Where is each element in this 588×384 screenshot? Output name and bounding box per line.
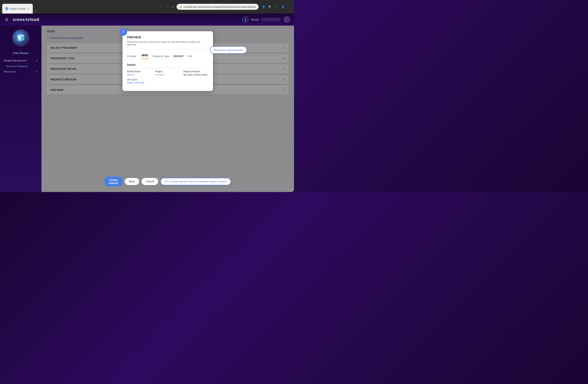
- app-wrapper: ☰ cross4cloud 👤 Tenant: 🧊 ‹ C4C Finops: [0, 14, 294, 192]
- preview-subtitle: Review the resource request you made one…: [127, 41, 209, 46]
- sidebar-logo: 🧊: [12, 29, 29, 46]
- star-icon[interactable]: ☆: [274, 4, 279, 9]
- account-icon[interactable]: 👤: [280, 4, 285, 9]
- detail-value-region: us-east-2: [155, 73, 180, 76]
- tenant-icon: 👤: [242, 17, 248, 23]
- browser-actions: 👤 🔍 ☆ 👤 ⋮: [261, 4, 292, 9]
- logo-text: cross4cloud: [13, 17, 39, 22]
- browser-tabs: 4 Cross 4 Cloud ✕ +: [2, 0, 157, 14]
- new-tab-button[interactable]: +: [33, 8, 38, 14]
- preview-title: PREVIEW: [127, 36, 209, 39]
- chevron-up-icon: ∧: [36, 59, 38, 62]
- aws-smile-svg: [141, 58, 149, 59]
- tab-favicon: 4: [5, 7, 8, 10]
- action-buttons-row: Create request Back Cancel Click 'Create…: [105, 176, 231, 186]
- back-button[interactable]: ←: [159, 4, 164, 9]
- create-tooltip-bubble: Click 'Create request' button to complet…: [161, 178, 231, 185]
- top-nav: ☰ cross4cloud 👤 Tenant:: [0, 14, 294, 26]
- zoom-icon[interactable]: 🔍: [267, 4, 273, 9]
- detail-label-life-cycle: Life Cycle: [127, 78, 152, 81]
- tenant-value: [262, 18, 280, 21]
- logo-area: cross4cloud: [13, 17, 39, 22]
- detail-request-reason: Request Reason We need a extra bucket.: [183, 70, 209, 76]
- unit-label: Unit:: [188, 55, 193, 58]
- step-badge: 7: [120, 28, 127, 36]
- tab-close-button[interactable]: ✕: [27, 7, 30, 10]
- detail-label-bucket-name: Bucket Name: [127, 70, 152, 73]
- back-arrow-icon: ‹: [20, 48, 21, 51]
- tab-title: Cross 4 Cloud: [10, 7, 25, 10]
- chevron-down-icon: ∨: [36, 70, 38, 73]
- resource-type-label: Resource Type:: [153, 55, 170, 58]
- page-content: Units ← Create Resource Request SELECT P…: [42, 26, 294, 192]
- sidebar-budget-management[interactable]: Budget Management ∧: [2, 58, 39, 63]
- lock-icon: 🔒: [180, 6, 182, 8]
- detail-value-request-reason: We need a extra bucket.: [183, 73, 209, 76]
- modal-overlay: 7 PREVIEW Review the resource request yo…: [42, 26, 294, 192]
- budget-management-label: Budget Management: [4, 59, 27, 62]
- detail-label-request-reason: Request Reason: [183, 70, 209, 73]
- cancel-button[interactable]: Cancel: [141, 178, 158, 185]
- detail-life-cycle: Life Cycle DEEP_ARCHIVE: [127, 78, 152, 84]
- refresh-button[interactable]: ↺: [170, 4, 176, 9]
- sidebar-back-button[interactable]: ‹: [20, 48, 21, 51]
- url-text: console.dev.cross4cloud.com/app/finops/r…: [184, 5, 255, 8]
- preview-provider-row: Provider: aws Resource Type: BUCKET Unit…: [127, 51, 209, 61]
- tenant-label: Tenant:: [251, 18, 259, 21]
- resource-type-value: BUCKET: [174, 55, 184, 58]
- forward-button[interactable]: →: [165, 4, 170, 9]
- browser-chrome: 4 Cross 4 Cloud ✕ + ← → ↺ 🔒 console.dev.…: [0, 0, 294, 14]
- detail-value-life-cycle: DEEP_ARCHIVE: [127, 81, 152, 84]
- sidebar-item-resource-requests[interactable]: Resource Requests: [2, 63, 39, 69]
- sidebar-item-resources[interactable]: Resources ∨: [2, 69, 39, 74]
- detail-bucket-name: Bucket Name doctest: [127, 70, 152, 76]
- preview-divider-top: [127, 49, 209, 49]
- create-request-button[interactable]: Create request: [105, 176, 122, 186]
- aws-logo: aws: [141, 53, 149, 59]
- active-tab[interactable]: 4 Cross 4 Cloud ✕: [2, 4, 33, 14]
- review-tooltip-text: Review the request details.: [214, 49, 243, 51]
- menu-icon[interactable]: ⋮: [286, 4, 292, 9]
- address-bar[interactable]: 🔒 console.dev.cross4cloud.com/app/finops…: [177, 4, 259, 10]
- logo-accent: 4: [25, 17, 27, 22]
- detail-value-bucket-name: doctest: [127, 73, 152, 76]
- detail-region: Region us-east-2: [155, 70, 180, 76]
- detail-label-region: Region: [155, 70, 180, 73]
- browser-controls: ← → ↺ 🔒 console.dev.cross4cloud.com/app/…: [159, 4, 292, 10]
- details-grid: Bucket Name doctest Region us-east-2 Req…: [127, 68, 209, 86]
- avatar-button[interactable]: [283, 16, 290, 23]
- sidebar-title: C4C Finops: [13, 51, 28, 55]
- preview-modal: 7 PREVIEW Review the resource request yo…: [123, 31, 213, 91]
- hamburger-button[interactable]: ☰: [4, 17, 10, 22]
- profile-icon[interactable]: 👤: [261, 4, 266, 9]
- sidebar-logo-icon: 🧊: [17, 34, 25, 42]
- main-content: 🧊 ‹ C4C Finops Budget Management ∧ Resou…: [0, 26, 294, 192]
- details-header: Details: [127, 63, 209, 66]
- sidebar: 🧊 ‹ C4C Finops Budget Management ∧ Resou…: [0, 26, 42, 192]
- review-tooltip-bubble: Review the request details.: [210, 46, 247, 54]
- resources-label: Resources: [4, 70, 16, 73]
- aws-text: aws: [142, 53, 148, 57]
- resource-requests-label: Resource Requests: [6, 65, 27, 68]
- tenant-area: 👤 Tenant:: [242, 17, 280, 23]
- create-tooltip-text: Click 'Create request' button to complet…: [164, 180, 227, 183]
- back-button-form[interactable]: Back: [125, 178, 139, 185]
- provider-label: Provider:: [127, 55, 137, 58]
- sidebar-section: Budget Management ∧ Resource Requests Re…: [0, 58, 42, 74]
